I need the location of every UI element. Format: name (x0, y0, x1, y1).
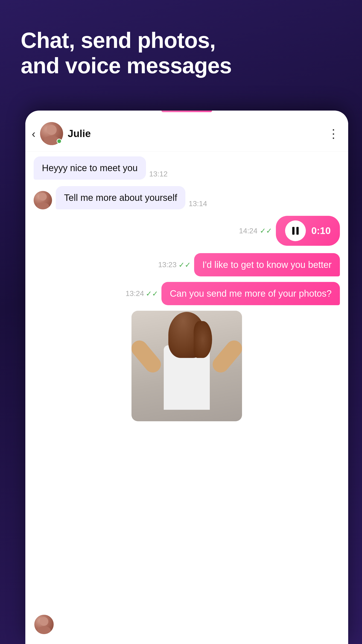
contact-avatar-wrap (40, 122, 63, 145)
voice-timestamp: 14:24 (239, 227, 258, 235)
pause-bar-right (296, 227, 299, 235)
message-bubble-received: Heyyy nice to meet you (34, 156, 146, 180)
photo-person (143, 315, 230, 421)
double-check-4: ✓✓ (178, 260, 191, 269)
sender-avatar (34, 191, 52, 209)
photo-background (132, 311, 242, 421)
sent-bubble-4: I'd like to get to know you better (194, 253, 340, 276)
bottom-avatar (34, 614, 54, 635)
voice-message: 14:24 ✓✓ 0:10 (34, 216, 340, 246)
chat-header: ‹ Julie ⋮ (25, 114, 348, 152)
headline-line1: Chat, send photos, (21, 28, 341, 53)
more-options-button[interactable]: ⋮ (328, 127, 340, 140)
message-5: 13:24 ✓✓ Can you send me more of your ph… (34, 282, 340, 305)
online-indicator (57, 139, 62, 144)
chat-messages: Heyyy nice to meet you 13:12 Tell me mor… (25, 152, 348, 430)
sent-bubble-5: Can you send me more of your photos? (162, 282, 340, 305)
sent-time-5: 13:24 (126, 289, 144, 298)
message-1: Heyyy nice to meet you 13:12 (34, 156, 340, 180)
phone-mockup: ‹ Julie ⋮ Heyyy nice to meet you 13:12 T… (25, 110, 348, 644)
double-check-icon: ✓✓ (260, 226, 272, 235)
message-time-2: 13:14 (188, 200, 207, 208)
top-pink-bar (162, 110, 212, 112)
double-check-5: ✓✓ (146, 289, 158, 298)
sent-meta-5: 13:24 ✓✓ (126, 289, 158, 298)
sent-meta-4: 13:23 ✓✓ (158, 260, 191, 269)
photo-message (34, 311, 340, 426)
message-4: 13:23 ✓✓ I'd like to get to know you bet… (34, 253, 340, 276)
voice-time-check: 14:24 ✓✓ (239, 226, 272, 235)
headline: Chat, send photos, and voice messages (21, 28, 341, 78)
message-time: 13:12 (149, 170, 168, 178)
headline-line2: and voice messages (21, 53, 341, 78)
back-button[interactable]: ‹ (32, 127, 36, 140)
arm-right (209, 337, 242, 376)
message-2: Tell me more about yourself 13:14 (34, 186, 340, 209)
photo-bubble (132, 311, 242, 421)
arm-left (132, 337, 164, 376)
hair (168, 312, 205, 358)
pause-bar-left (292, 227, 294, 235)
pause-icon (292, 227, 299, 235)
contact-name: Julie (68, 128, 328, 139)
message-bubble-received-2: Tell me more about yourself (56, 186, 186, 209)
voice-bubble[interactable]: 0:10 (276, 216, 340, 246)
sent-time-4: 13:23 (158, 260, 176, 269)
voice-duration: 0:10 (311, 225, 331, 236)
pause-button[interactable] (285, 220, 306, 241)
